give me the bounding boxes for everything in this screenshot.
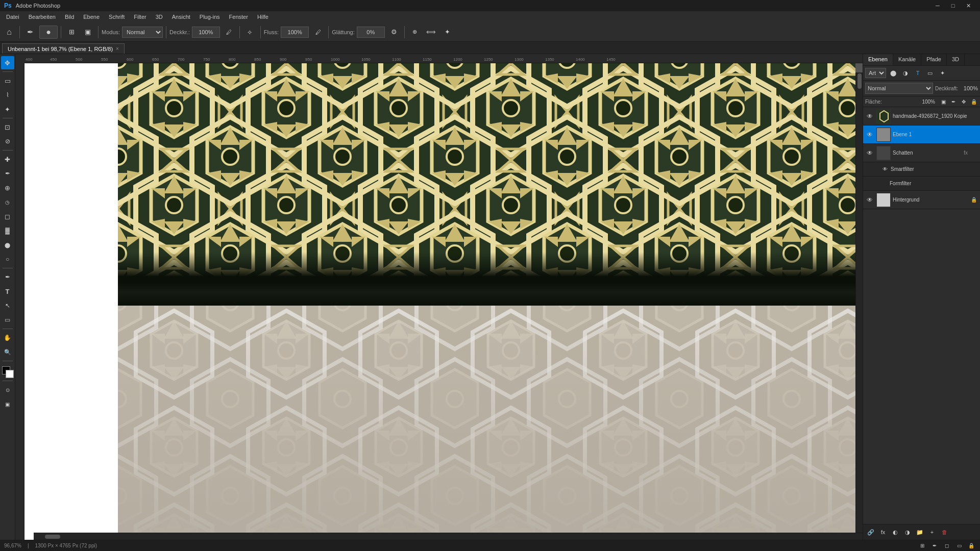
h-scrollbar-thumb[interactable] — [45, 535, 60, 539]
vertical-scrollbar[interactable] — [855, 72, 863, 533]
mode-select[interactable]: Normal — [122, 27, 163, 38]
panel-tab-pfade[interactable]: Pfade — [921, 54, 947, 65]
delete-layer-button[interactable]: 🗑 — [939, 527, 950, 538]
dodge-tool[interactable]: ○ — [1, 253, 14, 266]
eraser-tool[interactable]: ◻ — [1, 210, 14, 223]
add-layer-button[interactable]: + — [926, 527, 938, 538]
lock-pixels-button[interactable]: ✒ — [949, 97, 958, 106]
menu-3d[interactable]: 3D — [152, 13, 167, 21]
blend-mode-select[interactable]: Normal — [865, 83, 933, 94]
zoom-tool[interactable]: 🔍 — [1, 345, 14, 359]
status-icon-2[interactable]: ✒ — [930, 541, 939, 550]
horizontal-scrollbar[interactable] — [34, 533, 863, 540]
menu-datei[interactable]: Datei — [2, 13, 23, 21]
deckkraft-input[interactable] — [192, 27, 220, 38]
layer-eye-schatten[interactable]: 👁 — [865, 148, 874, 158]
angle-input[interactable]: ⊕ — [408, 25, 422, 39]
link-layers-button[interactable]: 🔗 — [865, 527, 876, 538]
wand-tool[interactable]: ✦ — [1, 103, 14, 116]
history-brush-tool[interactable]: ◷ — [1, 195, 14, 209]
fluss-pressure[interactable]: 🖊 — [311, 25, 325, 39]
status-icon-5[interactable]: 🔒 — [967, 541, 976, 550]
status-icon-3[interactable]: ◻ — [942, 541, 951, 550]
layer-item-schatten[interactable]: 👁 Schatten fx — [863, 144, 980, 162]
menu-hilfe[interactable]: Hilfe — [253, 13, 273, 21]
select-rect-tool[interactable]: ▭ — [1, 74, 14, 87]
sub-layer-eye-smartfilter[interactable]: 👁 — [881, 165, 889, 174]
lock-transparent-button[interactable]: ▣ — [939, 97, 947, 106]
filter-pixel-button[interactable]: ⬤ — [888, 68, 898, 78]
sub-layer-smartfilter[interactable]: 👁 Smartfilter — [863, 162, 980, 177]
eyedropper-tool[interactable]: ⊘ — [1, 135, 14, 148]
menu-fenster[interactable]: Fenster — [225, 13, 252, 21]
brush-preset-button[interactable]: ● — [39, 26, 58, 39]
layer-eye-handmade-copy[interactable]: 👁 — [865, 112, 874, 121]
tab-close-button[interactable]: × — [116, 46, 119, 52]
canvas-area[interactable]: 400 450 500 550 600 650 700 750 800 850 … — [15, 54, 863, 540]
menu-bearbeiten[interactable]: Bearbeiten — [24, 13, 60, 21]
layer-type-select[interactable]: Art — [865, 68, 886, 78]
layer-eye-ebene1[interactable]: 👁 — [865, 130, 874, 139]
hand-tool[interactable]: ✋ — [1, 331, 14, 344]
status-icon-4[interactable]: ▭ — [954, 541, 964, 550]
sub-layer-formfilter[interactable]: Formfilter — [863, 177, 980, 191]
glattung-settings[interactable]: ⚙ — [387, 25, 401, 39]
layer-eye-hintergrund[interactable]: 👁 — [865, 195, 874, 205]
filter-type-button[interactable]: T — [913, 68, 923, 78]
clone-tool[interactable]: ⊕ — [1, 181, 14, 194]
path-select-tool[interactable]: ↖ — [1, 299, 14, 312]
lock-all-button[interactable]: 🔒 — [970, 97, 978, 106]
text-tool[interactable]: T — [1, 285, 14, 298]
lasso-tool[interactable]: ⌇ — [1, 88, 14, 102]
window-controls[interactable]: ─ □ ✕ — [930, 0, 976, 11]
home-button[interactable]: ⌂ — [2, 25, 16, 39]
add-group-button[interactable]: 📁 — [914, 527, 925, 538]
background-color[interactable] — [6, 370, 14, 378]
pen-tool[interactable]: ✒ — [1, 270, 14, 284]
brush-settings-icon[interactable]: ⊞ — [64, 25, 79, 39]
screen-mode-button[interactable]: ▣ — [1, 397, 14, 411]
brush-toggle[interactable]: ▣ — [81, 25, 95, 39]
menu-ebene[interactable]: Ebene — [79, 13, 104, 21]
layer-item-handmade-copy[interactable]: 👁 handmade-4926872_1920 Kopie — [863, 107, 980, 126]
panel-tab-kanale[interactable]: Kanäle — [893, 54, 921, 65]
minimize-button[interactable]: ─ — [930, 0, 945, 11]
fluss-input[interactable] — [281, 27, 309, 38]
move-tool[interactable]: ✥ — [1, 56, 14, 69]
panel-tab-ebenen[interactable]: Ebenen — [863, 54, 893, 65]
add-style-button[interactable]: fx — [877, 527, 889, 538]
airbrush-toggle[interactable]: ⟡ — [243, 25, 257, 39]
gradient-tool[interactable]: ▓ — [1, 224, 14, 237]
panel-tab-3d[interactable]: 3D — [947, 54, 965, 65]
status-icon-1[interactable]: ⊞ — [918, 541, 927, 550]
color-swatch-area[interactable] — [1, 365, 14, 379]
brush-icon[interactable]: ✒ — [23, 25, 37, 39]
add-adjustment-button[interactable]: ◑ — [902, 527, 913, 538]
menu-plugins[interactable]: Plug-ins — [195, 13, 224, 21]
v-scrollbar-thumb[interactable] — [857, 73, 862, 89]
filter-adjust-button[interactable]: ◑ — [900, 68, 911, 78]
document-tab[interactable]: Unbenannt-1 bei 98,7% (Ebene 1, RGB/8) × — [2, 43, 125, 54]
symmetry-button[interactable]: ⟺ — [424, 25, 438, 39]
blur-tool[interactable]: ⬤ — [1, 238, 14, 252]
menu-filter[interactable]: Filter — [130, 13, 150, 21]
menu-ansicht[interactable]: Ansicht — [168, 13, 194, 21]
close-button[interactable]: ✕ — [961, 0, 976, 11]
deckkraft-pressure[interactable]: 🖊 — [222, 25, 236, 39]
layer-item-ebene1[interactable]: 👁 Ebene 1 — [863, 126, 980, 144]
extra-button[interactable]: ✦ — [440, 25, 455, 39]
glattung-input[interactable] — [357, 27, 385, 38]
brush-tool[interactable]: ✒ — [1, 167, 14, 180]
maximize-button[interactable]: □ — [945, 0, 961, 11]
shape-tool[interactable]: ▭ — [1, 313, 14, 327]
filter-shape-button[interactable]: ▭ — [925, 68, 935, 78]
filter-smart-button[interactable]: ✦ — [937, 68, 947, 78]
menu-bild[interactable]: Bild — [61, 13, 78, 21]
add-mask-button[interactable]: ◐ — [890, 527, 901, 538]
layer-item-hintergrund[interactable]: 👁 Hintergrund 🔒 — [863, 191, 980, 209]
menu-schrift[interactable]: Schrift — [105, 13, 129, 21]
lock-position-button[interactable]: ✥ — [960, 97, 968, 106]
crop-tool[interactable]: ⊡ — [1, 120, 14, 134]
heal-tool[interactable]: ✚ — [1, 153, 14, 166]
quick-mask-tool[interactable]: ⊙ — [1, 383, 14, 396]
